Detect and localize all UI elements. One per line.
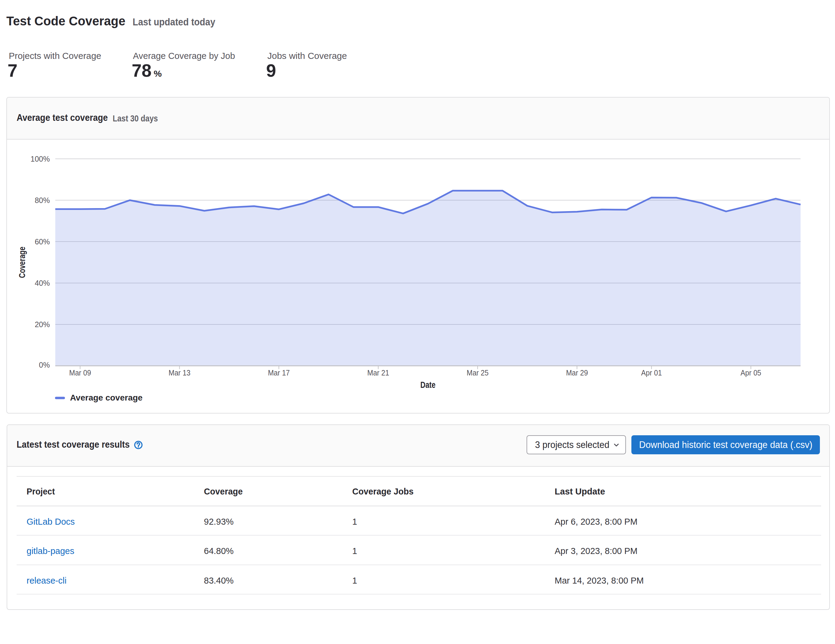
svg-text:Average coverage: Average coverage xyxy=(70,393,143,402)
svg-text:60%: 60% xyxy=(35,237,50,246)
svg-text:Mar 21: Mar 21 xyxy=(367,369,389,377)
svg-text:Date: Date xyxy=(420,380,435,390)
svg-text:0%: 0% xyxy=(39,361,50,369)
svg-text:Mar 25: Mar 25 xyxy=(467,369,489,377)
svg-text:Mar 17: Mar 17 xyxy=(268,369,290,377)
svg-text:Apr 01: Apr 01 xyxy=(641,369,661,377)
svg-text:40%: 40% xyxy=(35,279,50,287)
svg-text:Mar 29: Mar 29 xyxy=(566,369,588,377)
svg-text:20%: 20% xyxy=(35,320,50,329)
svg-text:Mar 09: Mar 09 xyxy=(69,369,91,377)
svg-text:Mar 13: Mar 13 xyxy=(169,369,190,377)
svg-text:80%: 80% xyxy=(35,196,50,204)
svg-text:100%: 100% xyxy=(31,155,50,163)
svg-text:Apr 05: Apr 05 xyxy=(741,369,761,377)
svg-text:Coverage: Coverage xyxy=(17,247,27,278)
